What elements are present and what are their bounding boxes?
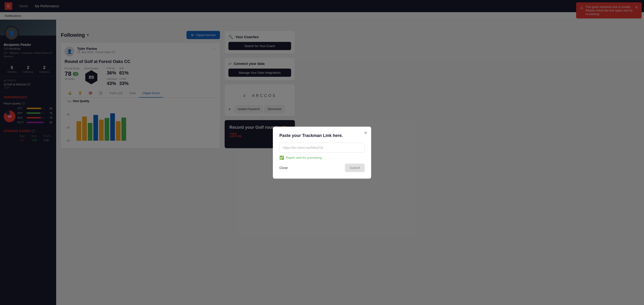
success-text: Report sent for processing [286,156,322,160]
modal-close-x-button[interactable]: ✕ [364,130,368,136]
trackman-modal: Paste your Trackman Link here. ✕ ✅ Repor… [273,127,371,178]
modal-actions: Close Submit [280,164,364,172]
modal-title: Paste your Trackman Link here. [280,133,364,138]
modal-overlay[interactable]: Paste your Trackman Link here. ✕ ✅ Repor… [0,0,644,305]
success-check-icon: ✅ [280,156,284,160]
modal-success-message: ✅ Report sent for processing [280,156,364,160]
trackman-link-input[interactable] [280,143,364,152]
modal-close-button[interactable]: Close [280,166,288,170]
modal-submit-button[interactable]: Submit [345,164,364,172]
